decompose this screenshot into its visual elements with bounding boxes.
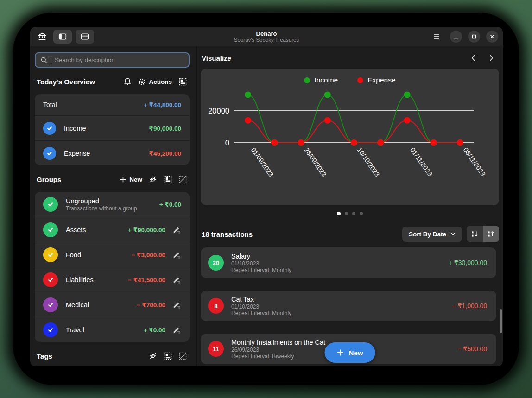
toggle-bottom-pane-button[interactable]	[76, 30, 94, 44]
scrollbar-thumb[interactable]	[500, 309, 502, 333]
svg-text:0: 0	[225, 139, 229, 147]
groups-header: Groups New	[37, 174, 189, 185]
overview-grid-button[interactable]	[177, 76, 189, 87]
group-row: Food − ₹3,000.00	[35, 242, 190, 267]
total-value: + ₹44,800.00	[144, 101, 181, 108]
groups-hide-button[interactable]	[147, 174, 159, 185]
transaction-title: Monthly Installments on the Cat	[231, 338, 325, 347]
group-edit-button[interactable]	[172, 225, 181, 234]
minimize-button[interactable]	[450, 31, 462, 43]
grid-select-icon	[179, 78, 187, 86]
check-icon	[46, 150, 53, 157]
income-checkbox[interactable]	[43, 122, 56, 135]
search-entry[interactable]	[35, 52, 190, 68]
group-checkbox[interactable]	[43, 222, 58, 237]
group-subtitle: Transactions without a group	[66, 205, 137, 212]
app-window: Denaro Sourav's Spooky Treasures	[30, 27, 503, 366]
edit-icon	[172, 275, 181, 284]
close-button[interactable]	[486, 31, 498, 43]
search-input[interactable]	[55, 57, 184, 63]
group-checkbox[interactable]	[43, 272, 58, 287]
sort-by-dropdown[interactable]: Sort By Date	[402, 227, 462, 242]
maximize-button[interactable]	[468, 31, 480, 43]
carousel-dot[interactable]	[337, 212, 341, 215]
svg-text:08/11/2023: 08/11/2023	[462, 146, 487, 178]
total-row: Total + ₹44,800.00	[35, 94, 190, 115]
actions-label: Actions	[149, 78, 172, 85]
accounts-button[interactable]	[35, 30, 50, 44]
group-row: Ungrouped Transactions without a group +…	[35, 192, 190, 217]
chart-card: IncomeExpense 20000001/09/202326/09/2023…	[201, 69, 499, 205]
grid-select-icon	[164, 176, 172, 183]
deselect-icon	[179, 352, 187, 360]
transaction-row[interactable]: 20 Salary 01/10/2023 Repeat Interval: Mo…	[201, 247, 496, 278]
overview-header: Today's Overview	[37, 76, 189, 87]
plus-icon	[337, 349, 344, 356]
group-name: Liabilities	[66, 276, 94, 284]
transaction-date: 26/09/2023	[231, 347, 325, 353]
edit-icon	[172, 300, 181, 309]
tags-grid-button[interactable]	[162, 350, 174, 361]
group-row: Travel + ₹0.00	[35, 317, 190, 342]
new-group-button[interactable]: New	[118, 174, 144, 185]
carousel-dot[interactable]	[360, 212, 363, 215]
tags-hide-button[interactable]	[147, 350, 159, 361]
search-icon	[40, 57, 48, 64]
sort-ascending-button[interactable]	[483, 226, 499, 242]
total-label: Total	[43, 101, 57, 108]
toggle-sidebar-button[interactable]	[53, 30, 72, 44]
groups-card: Ungrouped Transactions without a group +…	[35, 192, 190, 342]
carousel-dot[interactable]	[352, 212, 355, 215]
primary-menu-button[interactable]	[429, 30, 444, 44]
transaction-date: 01/10/2023	[231, 303, 291, 310]
actions-button[interactable]: Actions	[136, 76, 174, 87]
grid-select-icon	[164, 352, 172, 360]
window-title: Denaro	[256, 30, 277, 37]
group-amount: − ₹3,000.00	[131, 251, 165, 259]
groups-grid-button[interactable]	[162, 174, 174, 185]
group-checkbox[interactable]	[43, 197, 58, 212]
sort-descending-button[interactable]	[467, 226, 483, 242]
expense-row: Expense ₹45,200.00	[35, 140, 190, 165]
chart-prev-button[interactable]	[468, 52, 480, 63]
group-row: Medical − ₹700.00	[35, 292, 190, 317]
visualize-title: Visualize	[202, 54, 231, 62]
carousel-dot[interactable]	[345, 212, 348, 215]
group-checkbox[interactable]	[43, 322, 58, 337]
new-transaction-button[interactable]: New	[325, 342, 375, 363]
group-row: Assets + ₹90,000.00	[35, 217, 190, 242]
overview-title: Today's Overview	[37, 78, 95, 86]
new-group-label: New	[129, 176, 142, 183]
group-amount: + ₹0.00	[159, 201, 181, 208]
groups-deselect-button[interactable]	[177, 174, 189, 185]
transactions-count: 18 transactions	[202, 230, 253, 238]
transaction-title: Cat Tax	[231, 295, 291, 303]
tags-deselect-button[interactable]	[177, 350, 189, 361]
group-edit-button[interactable]	[172, 325, 181, 334]
group-edit-button[interactable]	[172, 300, 181, 309]
legend-entry: Income	[304, 76, 338, 84]
edit-icon	[172, 325, 181, 334]
income-value: ₹90,000.00	[149, 125, 181, 132]
check-icon	[47, 301, 54, 309]
sort-descending-icon	[471, 230, 479, 238]
notifications-button[interactable]	[121, 76, 133, 87]
tags-header: Tags	[37, 350, 189, 361]
bank-icon	[38, 32, 47, 41]
transaction-amount: − ₹1,000.00	[452, 302, 487, 310]
group-name: Travel	[66, 326, 84, 334]
check-icon	[47, 326, 54, 334]
group-edit-button[interactable]	[172, 275, 181, 284]
chart-next-button[interactable]	[485, 52, 497, 63]
sidebar-toggle-icon	[58, 32, 67, 41]
group-checkbox[interactable]	[43, 297, 58, 312]
income-row: Income ₹90,000.00	[35, 115, 190, 140]
transaction-row[interactable]: 8 Cat Tax 01/10/2023 Repeat Interval: Mo…	[201, 291, 496, 321]
expense-checkbox[interactable]	[43, 147, 56, 160]
income-expense-chart: 20000001/09/202326/09/202310/10/202301/1…	[201, 86, 499, 204]
group-checkbox[interactable]	[43, 247, 58, 262]
sidebar: Today's Overview	[30, 46, 197, 366]
group-edit-button[interactable]	[172, 250, 181, 259]
sort-by-label: Sort By Date	[409, 231, 446, 238]
menu-icon	[433, 33, 440, 40]
